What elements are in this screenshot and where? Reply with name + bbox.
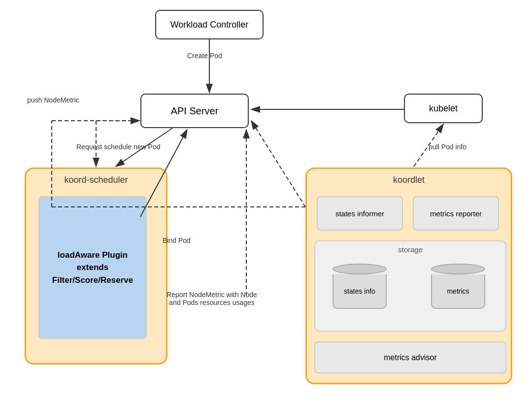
- states-informer-box: states informer: [317, 196, 403, 231]
- kubelet-box: kubelet: [404, 94, 483, 123]
- request-schedule-label: Request schedule new Pod: [76, 143, 160, 151]
- metrics-reporter-box: metrics reporter: [413, 196, 499, 231]
- koordlet-group: koordlet states informer metrics reporte…: [305, 168, 512, 384]
- create-pod-label: Create Pod: [187, 52, 222, 60]
- loadaware-plugin-box: loadAware Plugin extends Filter/Score/Re…: [38, 196, 147, 339]
- koordlet-label: koordlet: [307, 175, 511, 185]
- metrics-reporter-label: metrics reporter: [430, 209, 482, 218]
- metrics-label: metrics: [447, 287, 469, 295]
- metrics-cylinder: metrics: [431, 264, 485, 309]
- report-nodemetric-label: Report NodeMetric with Node and Pods res…: [163, 291, 261, 306]
- api-server-label: API Server: [171, 105, 219, 117]
- storage-group: storage states info metrics: [314, 240, 506, 332]
- cylinder-top-metrics: [431, 264, 485, 274]
- cylinder-top-states: [332, 264, 387, 274]
- api-server-box: API Server: [140, 94, 249, 128]
- kubelet-label: kubelet: [429, 103, 458, 114]
- push-nodemetric-label: push NodeMetric: [27, 96, 79, 104]
- koord-scheduler-group: koord-scheduler loadAware Plugin extends…: [25, 168, 167, 365]
- pull-pod-info-label: pull Pod info: [429, 143, 466, 151]
- svg-line-5: [251, 121, 305, 207]
- bind-pod-label: Bind Pod: [163, 237, 191, 244]
- states-info-label: states info: [344, 287, 375, 295]
- loadaware-plugin-label: loadAware Plugin extends Filter/Score/Re…: [52, 249, 133, 287]
- states-info-cylinder: states info: [332, 264, 387, 309]
- storage-label: storage: [315, 245, 505, 254]
- metrics-advisor-box: metrics advisor: [314, 341, 506, 373]
- metrics-advisor-label: metrics advisor: [384, 353, 437, 362]
- diagram-container: Workload Controller API Server kubelet k…: [0, 0, 532, 406]
- cylinder-body-states: states info: [332, 274, 387, 309]
- workload-controller-label: Workload Controller: [170, 20, 249, 30]
- workload-controller-box: Workload Controller: [155, 10, 264, 39]
- koord-scheduler-label: koord-scheduler: [26, 175, 166, 185]
- cylinder-body-metrics: metrics: [431, 274, 485, 309]
- states-informer-label: states informer: [335, 209, 384, 218]
